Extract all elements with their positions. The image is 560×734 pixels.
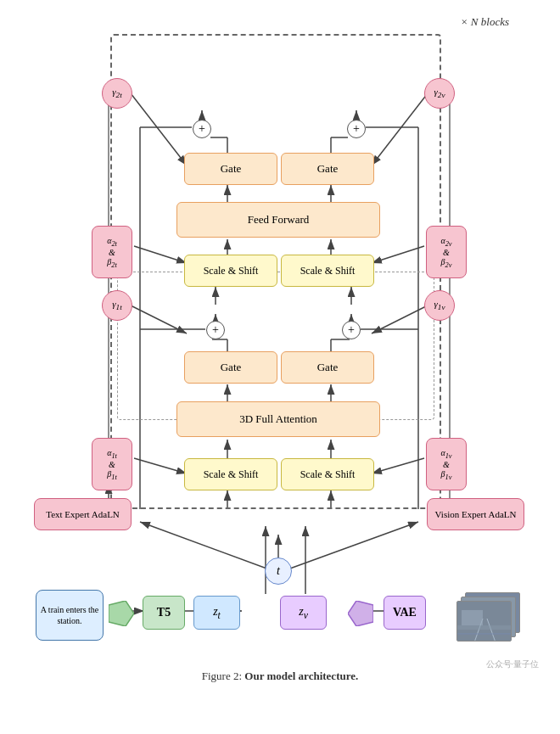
vision-adaln-box: Vision Expert AdaLN [427, 498, 524, 530]
scale-shift-upper-left: Scale & Shift [184, 255, 277, 287]
t5-arrow-shape [109, 601, 134, 626]
plus-circle-top-left: + [193, 120, 211, 138]
zt-box: zt [193, 596, 240, 630]
alpha2t-box: α2t&β2t [92, 226, 132, 278]
t5-box: T5 [143, 596, 185, 630]
plus-circle-lower-left: + [206, 321, 225, 339]
alpha1v-box: α1v&β1v [426, 438, 467, 490]
gamma2t-circle: γ2t [102, 78, 132, 109]
3d-full-attention-box: 3D Full Attention [176, 401, 380, 437]
gamma1v-circle: γ1v [424, 290, 455, 321]
figure-caption: Figure 2: Our model architecture. [17, 670, 543, 683]
vae-arrow-shape [348, 601, 373, 626]
vae-box: VAE [384, 596, 426, 630]
svg-line-53 [278, 522, 418, 573]
svg-rect-60 [462, 610, 483, 625]
svg-line-52 [140, 522, 278, 573]
plus-circle-lower-right: + [342, 321, 361, 339]
text-adaln-box: Text Expert AdaLN [34, 498, 132, 530]
svg-marker-55 [348, 601, 373, 626]
gate-box-lower-left: Gate [184, 351, 277, 384]
scale-shift-upper-right: Scale & Shift [281, 255, 374, 287]
zv-box: zv [280, 596, 327, 630]
diagram-container: × N blocks + + Gate Gate Feed Forward Sc… [17, 8, 543, 687]
scale-shift-lower-left: Scale & Shift [184, 458, 277, 490]
n-blocks-label: × N blocks [461, 15, 509, 29]
text-input-box: A train enters the station. [36, 590, 104, 641]
scale-shift-lower-right: Scale & Shift [281, 458, 374, 490]
gate-box-upper-right: Gate [281, 153, 374, 185]
alpha1t-box: α1t&β1t [92, 438, 132, 490]
svg-rect-59 [457, 625, 512, 630]
gate-box-upper-left: Gate [184, 153, 277, 185]
svg-marker-54 [109, 601, 134, 626]
watermark: 公众号·量子位 [486, 658, 540, 670]
alpha2v-box: α2v&β2v [426, 226, 467, 278]
plus-circle-top-right: + [347, 120, 366, 138]
gamma1t-circle: γ1t [102, 290, 132, 321]
gate-box-lower-right: Gate [281, 351, 374, 384]
t-circle: t [265, 558, 292, 585]
image-stack [456, 584, 524, 642]
dashed-inner-block [117, 272, 434, 420]
feed-forward-box: Feed Forward [176, 202, 380, 238]
gamma2v-circle: γ2v [424, 78, 455, 109]
